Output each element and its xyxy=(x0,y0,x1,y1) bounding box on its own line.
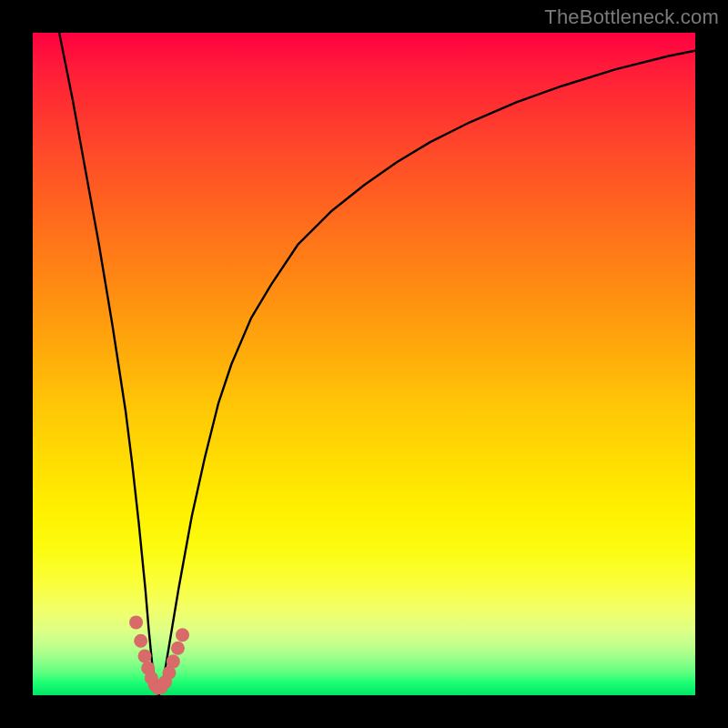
attribution-text: TheBottleneck.com xyxy=(544,5,719,29)
chart-frame: TheBottleneck.com xyxy=(0,0,728,728)
marker xyxy=(176,628,189,642)
marker xyxy=(138,650,152,663)
marker-group xyxy=(129,615,189,694)
marker xyxy=(171,642,185,655)
marker xyxy=(167,654,180,668)
bottleneck-curve xyxy=(59,33,695,695)
plot-area xyxy=(33,33,695,695)
curve-layer xyxy=(33,33,695,695)
marker xyxy=(129,615,143,629)
marker xyxy=(134,634,147,648)
